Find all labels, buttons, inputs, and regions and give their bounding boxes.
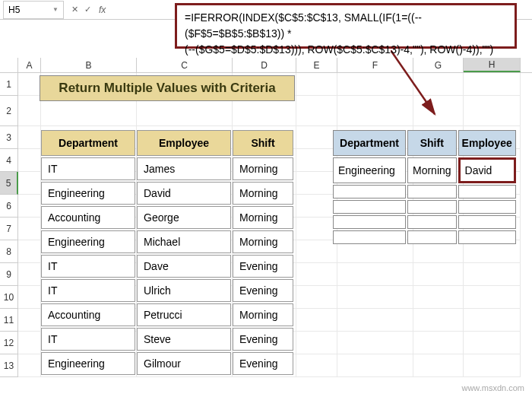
name-box[interactable]: H5 ▼ bbox=[3, 1, 64, 19]
header-shift[interactable]: Shift bbox=[407, 130, 457, 156]
col-header-F[interactable]: F bbox=[337, 58, 413, 72]
selected-cell-H5[interactable]: David bbox=[458, 157, 516, 183]
row-headers: 1 2 3 4 5 6 7 8 9 10 11 12 13 bbox=[0, 73, 18, 377]
page-title: Return Multiple Values with Criteria bbox=[40, 75, 295, 101]
cells-area[interactable]: Return Multiple Values with Criteria Dep… bbox=[18, 73, 532, 377]
col-header-A[interactable]: A bbox=[18, 58, 41, 72]
table-row bbox=[333, 185, 516, 198]
row-header-11[interactable]: 11 bbox=[0, 309, 18, 332]
col-header-H[interactable]: H bbox=[464, 58, 521, 72]
row-header-4[interactable]: 4 bbox=[0, 149, 18, 172]
watermark: www.msxdn.com bbox=[461, 383, 524, 392]
col-header-D[interactable]: D bbox=[233, 58, 296, 72]
table-row: AccountingPetrucciMorning bbox=[41, 303, 293, 326]
table-header-row: Department Shift Employee bbox=[333, 130, 516, 156]
table-row: ITSteveEvening bbox=[41, 328, 293, 351]
row-header-7[interactable]: 7 bbox=[0, 218, 18, 240]
table-header-row: Department Employee Shift bbox=[41, 130, 293, 156]
row-header-12[interactable]: 12 bbox=[0, 332, 18, 354]
col-header-E[interactable]: E bbox=[296, 58, 337, 72]
fx-icon[interactable]: fx bbox=[99, 5, 106, 15]
table-row bbox=[333, 215, 516, 229]
table-row bbox=[333, 200, 516, 214]
formula-line-2: (--($G$5=$D$5:$D$13))), ROW($C$5:$C$13)-… bbox=[185, 42, 507, 58]
row-header-1[interactable]: 1 bbox=[0, 73, 18, 96]
table-row: ITUlrichEvening bbox=[41, 279, 293, 302]
row-header-9[interactable]: 9 bbox=[0, 263, 18, 286]
table-row: ITJamesMorning bbox=[41, 157, 293, 180]
row-header-2[interactable]: 2 bbox=[0, 96, 18, 126]
table-row: ITDaveEvening bbox=[41, 255, 293, 278]
formula-bar-buttons: ✕ ✓ bbox=[71, 5, 91, 14]
formula-bar-expanded[interactable]: =IFERROR(INDEX($C$5:$C$13, SMALL(IF(1=((… bbox=[175, 3, 517, 49]
header-department[interactable]: Department bbox=[333, 130, 406, 156]
table-row: AccountingGeorgeMorning bbox=[41, 206, 293, 229]
row-header-10[interactable]: 10 bbox=[0, 286, 18, 309]
grid-area: 1 2 3 4 5 6 7 8 9 10 11 12 13 Return Mul… bbox=[0, 73, 532, 377]
table-row: EngineeringDavidMorning bbox=[41, 182, 293, 205]
header-department[interactable]: Department bbox=[41, 130, 135, 156]
name-box-dropdown-icon[interactable]: ▼ bbox=[52, 6, 59, 13]
row-header-13[interactable]: 13 bbox=[0, 354, 18, 377]
table-row: EngineeringMorningDavid bbox=[333, 157, 516, 183]
table-row: EngineeringMichaelMorning bbox=[41, 230, 293, 253]
header-employee[interactable]: Employee bbox=[458, 130, 516, 156]
enter-icon[interactable]: ✓ bbox=[84, 5, 91, 14]
header-shift[interactable]: Shift bbox=[233, 130, 293, 156]
row-header-5[interactable]: 5 bbox=[0, 172, 18, 195]
result-table: Department Shift Employee EngineeringMor… bbox=[331, 129, 518, 246]
col-header-G[interactable]: G bbox=[413, 58, 464, 72]
col-header-B[interactable]: B bbox=[41, 58, 137, 72]
source-table: Department Employee Shift ITJamesMorning… bbox=[40, 129, 295, 376]
cancel-icon[interactable]: ✕ bbox=[71, 5, 78, 14]
name-box-value: H5 bbox=[8, 5, 20, 15]
column-headers: A B C D E F G H bbox=[0, 58, 532, 73]
row-header-8[interactable]: 8 bbox=[0, 240, 18, 263]
table-row bbox=[333, 230, 516, 244]
col-header-C[interactable]: C bbox=[137, 58, 233, 72]
formula-line-1: =IFERROR(INDEX($C$5:$C$13, SMALL(IF(1=((… bbox=[185, 10, 507, 42]
row-header-6[interactable]: 6 bbox=[0, 195, 18, 218]
header-employee[interactable]: Employee bbox=[137, 130, 231, 156]
table-row: EngineeringGilmourEvening bbox=[41, 352, 293, 375]
row-header-3[interactable]: 3 bbox=[0, 126, 18, 149]
